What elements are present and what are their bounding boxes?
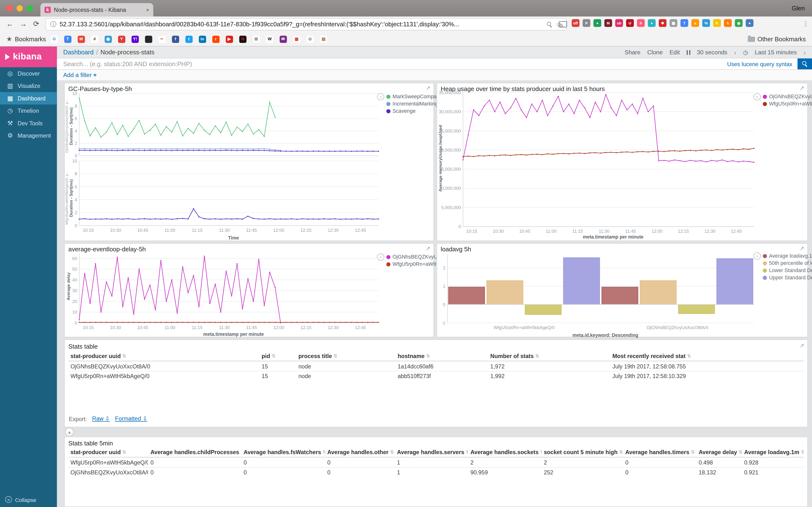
breadcrumb-dashboard[interactable]: Dashboard: [63, 49, 94, 56]
share-button[interactable]: Share: [625, 49, 641, 56]
legend-item[interactable]: WfgU5rp0Rn+aWtH5...: [387, 261, 438, 267]
bookmark-favicon[interactable]: Y!: [132, 36, 139, 43]
cast-icon[interactable]: [559, 21, 567, 30]
minimize-window-button[interactable]: [17, 5, 23, 11]
bookmark-favicon[interactable]: t: [185, 36, 192, 43]
reload-button[interactable]: ⟳: [33, 19, 39, 28]
column-header[interactable]: Average handles.servers⇅: [395, 448, 468, 457]
address-bar[interactable]: ⓘ ☆: [46, 18, 567, 31]
page-info-icon[interactable]: ⓘ: [50, 20, 57, 29]
column-header[interactable]: stat-producer uuid⇅: [68, 351, 260, 361]
bookmark-favicon[interactable]: ⊙: [306, 36, 314, 43]
column-header[interactable]: Average handles.fsWatchers⇅: [242, 448, 325, 457]
column-header[interactable]: pid⇅: [260, 351, 296, 361]
zoom-icon[interactable]: [547, 21, 553, 27]
bookmark-favicon[interactable]: ◉: [104, 36, 112, 43]
heap-usage-chart[interactable]: 05,000,00010,000,00015,000,00020,000,000…: [437, 91, 760, 238]
expand-panel-icon[interactable]: ↗: [425, 245, 430, 252]
extension-icon[interactable]: ▦: [670, 19, 677, 27]
column-header[interactable]: hostname⇅: [396, 351, 488, 361]
gc-pauses-bottom-chart[interactable]: 024681010:1510:3010:4511:0011:1511:3011:…: [68, 159, 385, 236]
pause-refresh-icon[interactable]: [687, 50, 690, 55]
expand-panel-icon[interactable]: ↗: [425, 85, 430, 92]
export-raw-link[interactable]: Raw ⇩: [92, 415, 110, 422]
bar[interactable]: [678, 304, 715, 314]
bar[interactable]: [487, 281, 523, 304]
sidebar-item-dashboard[interactable]: ▦Dashboard: [0, 92, 57, 104]
expand-panel-icon[interactable]: ↗: [800, 85, 804, 92]
sidebar-item-visualize[interactable]: ▥Visualize: [0, 80, 57, 92]
bookmark-favicon[interactable]: ✉: [280, 36, 287, 43]
add-filter-plus-icon[interactable]: +: [93, 72, 97, 78]
bookmark-favicon[interactable]: r: [212, 36, 219, 43]
column-header[interactable]: Most recently received stat⇅: [610, 351, 804, 361]
bookmark-favicon[interactable]: ✒: [158, 36, 165, 43]
legend-item[interactable]: OjGNhsBEQZKvyUoX...: [387, 254, 438, 260]
extension-icon[interactable]: %: [702, 19, 710, 27]
column-header[interactable]: Average handles.sockets⇅: [468, 448, 542, 457]
url-input[interactable]: [59, 21, 544, 28]
gc-pauses-top-chart[interactable]: 0246810: [68, 92, 385, 160]
extension-icon[interactable]: ub: [615, 19, 623, 27]
clone-button[interactable]: Clone: [647, 49, 663, 56]
bookmark-favicon[interactable]: G: [51, 36, 58, 43]
extension-icon[interactable]: T: [680, 19, 688, 27]
bookmarks-folder[interactable]: ★ Bookmarks: [6, 35, 46, 43]
panel-title[interactable]: Stats table 5min: [68, 440, 113, 447]
extension-icon[interactable]: ●: [594, 19, 601, 27]
bookmark-favicon[interactable]: Y: [118, 36, 125, 43]
extension-icon[interactable]: P: [582, 19, 591, 27]
bookmark-favicon[interactable]: in: [199, 36, 206, 43]
extension-icon[interactable]: ✱: [659, 19, 666, 27]
eventloop-delay-chart[interactable]: 010203040506010:1510:3010:4511:0011:1511…: [68, 251, 385, 332]
browser-tab[interactable]: k Node-process-stats - Kibana ×: [40, 3, 153, 17]
legend-item[interactable]: Upper Standard Devi...: [763, 275, 812, 281]
legend-item[interactable]: Scavenge: [387, 108, 438, 114]
extension-icon[interactable]: a: [692, 19, 699, 27]
edit-button[interactable]: Edit: [669, 49, 679, 56]
add-filter-link[interactable]: Add a filter: [63, 72, 92, 78]
bookmark-favicon[interactable]: N: [239, 36, 246, 43]
column-header[interactable]: Number of stats⇅: [488, 351, 610, 361]
bar[interactable]: [640, 281, 676, 304]
bookmark-favicon[interactable]: f: [172, 36, 179, 43]
column-header[interactable]: Average loadavg.1m⇅: [742, 448, 804, 457]
tab-close-icon[interactable]: ×: [146, 7, 149, 13]
bookmark-favicon[interactable]: M: [78, 36, 85, 43]
column-header[interactable]: Average handles.childProcesses⇅: [148, 448, 242, 457]
legend-item[interactable]: IncrementalMarking: [387, 101, 438, 107]
time-range-button[interactable]: Last 15 minutes: [755, 49, 797, 56]
panel-title[interactable]: Stats table: [68, 343, 98, 350]
extension-icon[interactable]: b: [637, 19, 645, 27]
bookmark-favicon[interactable]: ▶: [226, 36, 233, 43]
browser-menu-icon[interactable]: ⋮: [803, 20, 809, 27]
other-bookmarks[interactable]: Other Bookmarks: [748, 36, 806, 43]
sidebar-item-management[interactable]: ⚙Management: [0, 129, 57, 142]
bar[interactable]: [602, 287, 638, 304]
extension-icon[interactable]: U: [626, 19, 634, 27]
search-input[interactable]: [57, 60, 727, 68]
bookmark-favicon[interactable]: ▤: [320, 36, 327, 43]
export-formatted-link[interactable]: Formatted ⇩: [115, 415, 147, 422]
bar[interactable]: [563, 258, 600, 304]
sidebar-item-timelion[interactable]: ◷Timelion: [0, 105, 57, 117]
extension-icon[interactable]: ◉: [735, 19, 743, 27]
extension-icon[interactable]: ●: [648, 19, 656, 27]
legend-item[interactable]: 50th percentile of loa...: [763, 260, 812, 266]
bookmark-favicon[interactable]: ⊞: [253, 36, 260, 43]
maximize-window-button[interactable]: [27, 5, 33, 11]
extension-icon[interactable]: K: [713, 19, 721, 27]
extension-icon[interactable]: M: [604, 19, 612, 27]
bar[interactable]: [449, 287, 485, 304]
bar[interactable]: [525, 304, 561, 315]
sidebar-collapse-button[interactable]: « Collapse: [5, 496, 36, 503]
time-back-chevron[interactable]: ‹: [734, 48, 737, 56]
refresh-interval-button[interactable]: 30 seconds: [697, 49, 727, 56]
lucene-syntax-link[interactable]: Uses lucene query syntax: [727, 61, 793, 67]
legend-item[interactable]: Lower Standard Devi...: [763, 268, 812, 273]
forward-button[interactable]: →: [19, 19, 27, 28]
column-header[interactable]: Average handles.other⇅: [325, 448, 395, 457]
column-header[interactable]: process title⇅: [296, 351, 396, 361]
extension-icon[interactable]: off: [572, 19, 579, 27]
column-header[interactable]: stat-producer uuid⇅: [68, 448, 148, 457]
